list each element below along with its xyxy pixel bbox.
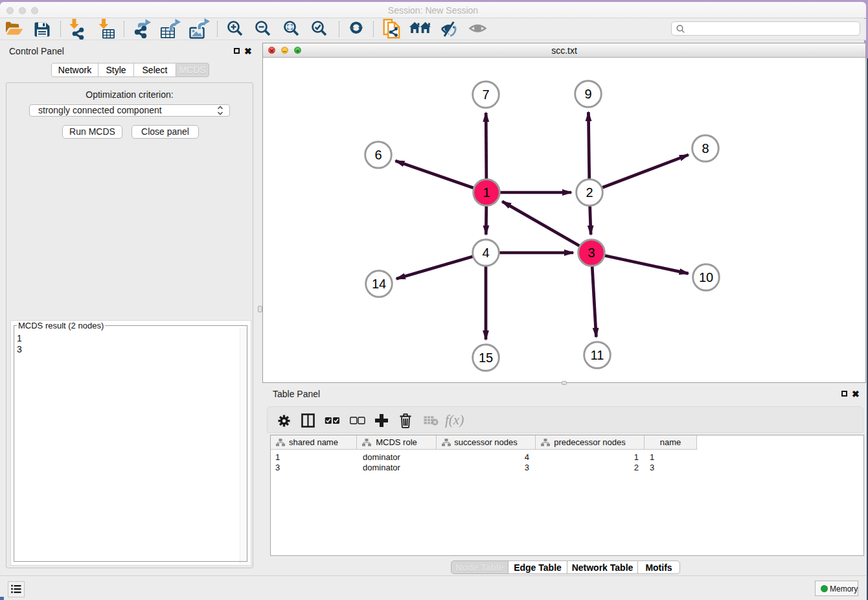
svg-text:7: 7 [482, 87, 489, 102]
svg-text:1: 1 [483, 185, 490, 200]
svg-text:8: 8 [702, 141, 709, 156]
svg-text:3: 3 [588, 246, 595, 260]
svg-text:2: 2 [586, 185, 593, 200]
svg-text:15: 15 [479, 351, 493, 365]
svg-text:10: 10 [699, 270, 713, 284]
svg-text:4: 4 [482, 246, 489, 260]
svg-text:14: 14 [372, 277, 386, 291]
svg-text:6: 6 [374, 148, 382, 162]
svg-text:11: 11 [591, 348, 604, 362]
svg-text:9: 9 [584, 87, 591, 101]
